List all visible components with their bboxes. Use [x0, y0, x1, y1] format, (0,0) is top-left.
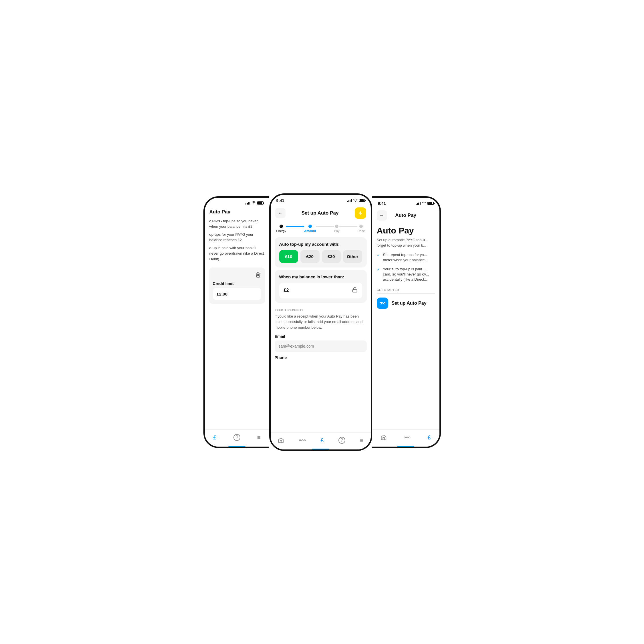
svg-point-7 — [407, 437, 408, 438]
center-nav-menu[interactable]: ≡ — [360, 437, 363, 444]
check-icon-1: ✓ — [377, 253, 380, 263]
check-icon-2: ✓ — [377, 267, 380, 282]
lock-icon — [352, 287, 358, 294]
center-wifi-icon — [353, 198, 357, 203]
left-nav-indicator — [228, 446, 245, 447]
left-body: c PAYG top-ups so you never when your ba… — [205, 215, 269, 265]
balance-card-title: When my balance is lower than: — [279, 274, 362, 279]
center-nav-indicator — [312, 449, 329, 449]
right-time: 9:41 — [378, 201, 386, 206]
center-nav-usage[interactable] — [299, 438, 306, 443]
center-status-icons — [347, 198, 365, 203]
step-dot-done — [359, 225, 363, 228]
step-line-3 — [339, 226, 357, 227]
amount-options: £10 £20 £30 Other — [279, 250, 362, 263]
lightning-button[interactable] — [355, 207, 366, 219]
step-line-2 — [316, 226, 334, 227]
step-label-energy: Energy — [276, 229, 286, 233]
left-status-bar — [205, 198, 269, 207]
svg-point-6 — [404, 437, 406, 438]
center-nav-home[interactable] — [278, 437, 284, 443]
right-phone: 9:41 ← Auto Pay — [372, 196, 441, 448]
center-battery — [359, 199, 365, 202]
right-large-title: Auto Pay — [372, 223, 439, 237]
step-label-amount: Amount — [304, 229, 316, 233]
step-dot-pay — [335, 225, 338, 228]
left-bottom-nav: £ ? ≡ — [205, 429, 269, 447]
center-nav-payments[interactable]: £ — [320, 437, 324, 444]
home-icon — [278, 437, 284, 443]
credit-limit-card: Credit limit £2.00 — [209, 267, 265, 304]
right-nav-usage[interactable] — [404, 435, 411, 440]
right-battery — [427, 202, 434, 205]
check-text-1: Set repeat top-ups for yo... meter when … — [383, 252, 435, 263]
svg-point-1 — [299, 440, 301, 441]
setup-btn-label: Set up Auto Pay — [392, 301, 427, 306]
right-status-bar: 9:41 — [372, 198, 439, 207]
left-status-icons — [245, 201, 263, 205]
credit-label: Credit limit — [213, 281, 261, 286]
left-nav-item-help[interactable]: ? — [233, 434, 240, 441]
svg-rect-0 — [352, 290, 357, 292]
svg-point-3 — [304, 440, 306, 441]
center-bottom-nav: £ ? ≡ — [271, 432, 371, 449]
center-phone: 9:41 ← Set up Auto Pay — [269, 193, 372, 451]
center-payments-icon: £ — [320, 437, 324, 444]
step-amount: Amount — [304, 225, 316, 233]
left-phone: Auto Pay c PAYG top-ups so you never whe… — [203, 196, 269, 448]
help-icon: ? — [233, 434, 240, 441]
check-item-1: ✓ Set repeat top-ups for yo... meter whe… — [372, 251, 439, 264]
right-signal-bars — [416, 202, 421, 205]
topup-card-title: Auto top-up my account with: — [279, 242, 362, 247]
right-nav-header: ← Auto Pay — [372, 207, 439, 223]
right-home-icon — [381, 434, 387, 441]
payments-icon: £ — [213, 434, 216, 441]
right-usage-icon — [404, 435, 411, 440]
balance-card: When my balance is lower than: £2 — [275, 270, 367, 303]
credit-value: £2.00 — [213, 288, 261, 300]
trash-icon[interactable] — [255, 272, 261, 279]
right-back-button[interactable]: ← — [377, 210, 387, 221]
step-line-1 — [286, 226, 304, 227]
right-wifi-icon — [422, 201, 426, 205]
left-nav-item-payments[interactable]: £ — [213, 434, 216, 441]
right-bottom-nav: £ — [372, 429, 439, 447]
amount-30-button[interactable]: £30 — [322, 250, 341, 263]
center-help-icon: ? — [338, 437, 345, 444]
battery-icon — [257, 201, 263, 205]
step-label-pay: Pay — [334, 229, 339, 233]
setup-autopay-button[interactable]: Set up Auto Pay — [372, 294, 439, 313]
center-signal-bars — [347, 199, 352, 202]
amount-20-button[interactable]: £20 — [300, 250, 320, 263]
receipt-description: If you'd like a receipt when your Auto P… — [275, 314, 367, 330]
email-label: Email — [275, 334, 367, 339]
right-nav-home[interactable] — [381, 434, 387, 441]
amount-10-button[interactable]: £10 — [279, 250, 298, 263]
step-dot-energy — [280, 225, 283, 228]
left-nav-item-menu[interactable]: ≡ — [257, 434, 261, 441]
check-item-2: ✓ Your auto top-up is paid ... card, so … — [372, 265, 439, 284]
center-nav-help[interactable]: ? — [338, 437, 345, 444]
check-text-2: Your auto top-up is paid ... card, so yo… — [383, 267, 435, 282]
wifi-icon — [252, 201, 256, 205]
step-dot-amount — [308, 225, 312, 228]
right-status-icons — [416, 201, 434, 205]
center-page-title: Set up Auto Pay — [302, 210, 339, 216]
step-pay: Pay — [334, 225, 339, 233]
infinity-icon — [377, 298, 388, 309]
receipt-section: NEED A RECEIPT? If you'd like a receipt … — [271, 305, 371, 364]
right-nav-payments[interactable]: £ — [428, 434, 431, 441]
phone-label: Phone — [275, 355, 367, 360]
step-done: Done — [357, 225, 365, 233]
get-started-label: GET STARTED — [372, 285, 439, 293]
amount-other-button[interactable]: Other — [343, 250, 362, 263]
balance-display: £2 — [279, 283, 362, 298]
step-energy: Energy — [276, 225, 286, 233]
phones-row: Auto Pay c PAYG top-ups so you never whe… — [203, 193, 441, 451]
email-input[interactable] — [275, 340, 367, 352]
menu-icon: ≡ — [257, 434, 261, 441]
center-back-button[interactable]: ← — [275, 208, 286, 218]
center-menu-icon: ≡ — [360, 437, 363, 444]
right-payments-icon: £ — [428, 434, 431, 441]
scene: Auto Pay c PAYG top-ups so you never whe… — [170, 170, 474, 474]
